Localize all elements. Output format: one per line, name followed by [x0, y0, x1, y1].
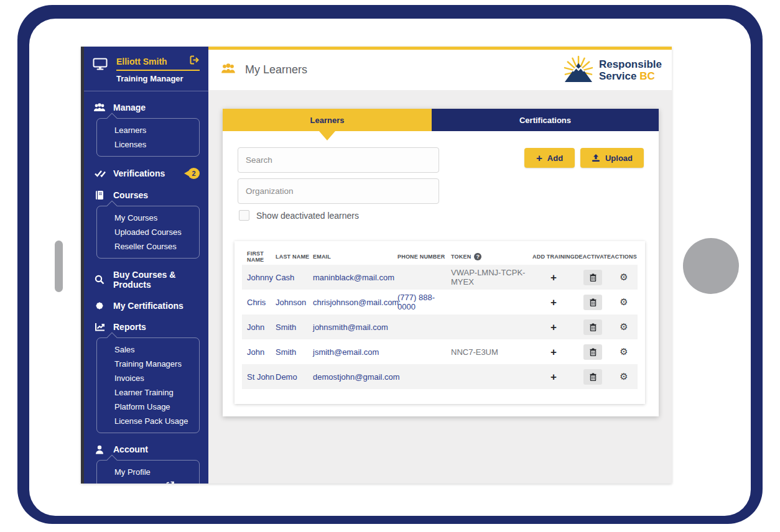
add-training-button[interactable]: + [550, 322, 557, 332]
sidebar-item-learner-training[interactable]: Learner Training [114, 385, 199, 400]
add-button[interactable]: + Add [524, 148, 575, 168]
sidebar-item-my-certifications[interactable]: My Certifications [93, 301, 200, 311]
show-deactivated-checkbox[interactable] [239, 210, 249, 221]
search-icon [93, 275, 106, 285]
sidebar-item-licenses[interactable]: Licenses [114, 137, 199, 152]
main-area: My Learners [208, 47, 672, 484]
user-role: Training Manager [116, 74, 200, 83]
learners-panel: Learners Certifications Show deactivated… [223, 109, 659, 416]
brand-logo: Responsible Service BC [562, 55, 662, 86]
deactivate-button[interactable] [583, 270, 602, 285]
trash-icon [590, 273, 597, 282]
sidebar-nav: Manage Learners Licenses Verifications 2 [84, 103, 208, 484]
cell-first-name: Chris [242, 298, 276, 307]
sidebar-item-verifications[interactable]: Verifications 2 [93, 168, 200, 179]
sidebar-item-label: Courses [113, 190, 148, 200]
sidebar-item-learners[interactable]: Learners [114, 123, 199, 137]
user-name[interactable]: Elliott Smith [116, 57, 167, 66]
actions-gear-button[interactable]: ⚙ [620, 298, 628, 307]
actions-gear-button[interactable]: ⚙ [620, 347, 628, 357]
sidebar-item-training-managers[interactable]: Training Managers [114, 357, 199, 371]
brand-accent: BC [639, 70, 655, 82]
cell-last-name: Demo [276, 372, 313, 382]
cell-email: johnsmith@mail.com [313, 323, 397, 332]
sidebar-item-label: Account [113, 444, 148, 454]
add-training-button[interactable]: + [550, 372, 557, 382]
account-submenu: My Profile Public Profile Credit Cards M… [96, 460, 200, 484]
verifications-badge: 2 [188, 168, 200, 179]
trash-icon [590, 323, 597, 331]
sidebar-item-manage[interactable]: Manage [93, 103, 200, 112]
sidebar-item-public-profile[interactable]: Public Profile [114, 479, 199, 484]
reports-submenu: Sales Training Managers Invoices Learner… [96, 337, 200, 433]
table-row: St John Demo demostjohn@gmail.com + ⚙ [242, 364, 638, 389]
device-side-button [55, 241, 63, 292]
book-icon [93, 190, 106, 200]
col-actions: ACTIONS [610, 254, 638, 260]
sidebar-item-my-profile[interactable]: My Profile [114, 465, 199, 479]
cell-first-name: John [242, 323, 276, 332]
monitor-icon [93, 58, 109, 73]
show-deactivated-row: Show deactivated learners [239, 210, 359, 221]
page: Elliott Smith Training Manager Manage [0, 0, 780, 532]
col-token: TOKEN ? [451, 253, 532, 260]
add-training-button[interactable]: + [550, 347, 557, 357]
cell-phone: (777) 888-0000 [397, 293, 451, 311]
add-training-button[interactable]: + [550, 272, 557, 283]
deactivate-button[interactable] [583, 295, 602, 310]
organization-input[interactable] [238, 178, 439, 204]
content-area: Learners Certifications Show deactivated… [208, 90, 672, 484]
tab-bar: Learners Certifications [223, 109, 659, 131]
sidebar-item-label: Verifications [113, 168, 165, 178]
search-input[interactable] [238, 147, 439, 173]
users-group-icon [93, 103, 106, 112]
tab-learners[interactable]: Learners [223, 109, 432, 131]
cell-first-name: Johnny [242, 273, 276, 282]
token-help-icon[interactable]: ? [474, 253, 481, 260]
table-row: John Smith jsmith@email.com NNC7-E3UM + … [242, 339, 638, 364]
sidebar-item-sales[interactable]: Sales [114, 342, 199, 357]
upload-button[interactable]: Upload [580, 148, 644, 168]
mountain-sun-icon [562, 55, 595, 86]
cell-last-name: Cash [276, 273, 313, 282]
sidebar-item-buy-courses[interactable]: Buy Courses & Products [93, 270, 200, 290]
col-deactivate: DEACTIVATE [575, 254, 610, 260]
trash-icon [590, 348, 597, 356]
add-training-button[interactable]: + [550, 297, 557, 308]
app-screenshot: Elliott Smith Training Manager Manage [81, 47, 672, 484]
sidebar-item-courses[interactable]: Courses [93, 190, 200, 200]
logout-icon[interactable] [190, 55, 200, 67]
sidebar-item-license-pack-usage[interactable]: License Pack Usage [114, 414, 199, 428]
deactivate-button[interactable] [583, 319, 602, 335]
cell-last-name: Johnson [276, 298, 313, 307]
page-header: My Learners [208, 47, 672, 90]
courses-submenu: My Courses Uploaded Courses Reseller Cou… [96, 206, 200, 259]
submenu-notch [107, 113, 118, 124]
deactivate-button[interactable] [583, 344, 602, 360]
sidebar-item-my-courses[interactable]: My Courses [114, 211, 199, 225]
sidebar-item-label: Reports [113, 322, 146, 332]
device-home-button [683, 238, 739, 294]
seal-icon [93, 301, 106, 311]
sidebar-item-reseller-courses[interactable]: Reseller Courses [114, 239, 199, 254]
show-deactivated-label: Show deactivated learners [256, 211, 359, 221]
col-last-name: LAST NAME [276, 254, 313, 260]
sidebar-item-platform-usage[interactable]: Platform Usage [114, 400, 199, 414]
deactivate-button[interactable] [583, 369, 602, 385]
cell-token: NNC7-E3UM [451, 347, 532, 357]
actions-gear-button[interactable]: ⚙ [620, 372, 628, 382]
cell-first-name: St John [242, 372, 276, 382]
upload-icon [592, 154, 600, 162]
sidebar-item-uploaded-courses[interactable]: Uploaded Courses [114, 225, 199, 239]
actions-gear-button[interactable]: ⚙ [620, 273, 628, 282]
sidebar-item-reports[interactable]: Reports [93, 322, 200, 332]
sidebar-divider [84, 91, 208, 91]
table-header-row: FIRST NAME LAST NAME EMAIL PHONE NUMBER … [242, 249, 638, 265]
brand-line1: Responsible [599, 58, 662, 70]
sidebar-item-invoices[interactable]: Invoices [114, 371, 199, 385]
sidebar-item-account[interactable]: Account [93, 444, 200, 454]
tab-certifications[interactable]: Certifications [432, 109, 659, 131]
sidebar-item-label: Buy Courses & Products [113, 270, 200, 290]
actions-gear-button[interactable]: ⚙ [620, 323, 628, 332]
cell-first-name: John [242, 347, 276, 357]
